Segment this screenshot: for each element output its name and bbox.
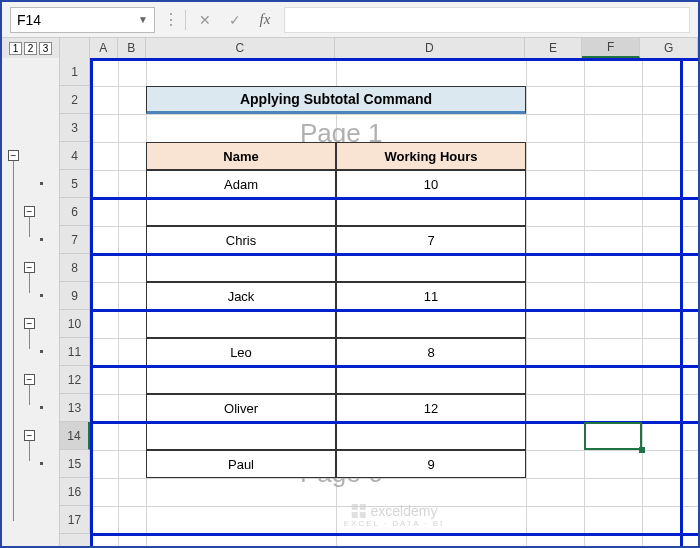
grid[interactable]: Page 1 Page 2 Page 3 Page 4 Page 5 Page … <box>90 58 698 546</box>
col-header-a[interactable]: A <box>90 38 118 58</box>
row-header[interactable]: 8 <box>60 254 90 282</box>
cell[interactable]: Chris <box>146 226 336 254</box>
outline-collapse-icon[interactable]: − <box>24 430 35 441</box>
outline-level-1[interactable]: 1 <box>9 42 22 55</box>
col-header-f[interactable]: F <box>582 38 640 58</box>
page-break <box>90 253 698 256</box>
cell[interactable]: Jack <box>146 282 336 310</box>
cell[interactable] <box>146 310 336 338</box>
col-header-g[interactable]: G <box>640 38 698 58</box>
row-header[interactable]: 10 <box>60 310 90 338</box>
name-box-dropdown-icon[interactable]: ▼ <box>138 14 148 25</box>
outline-collapse-icon[interactable]: − <box>24 374 35 385</box>
expand-dots-icon[interactable]: ⋮ <box>163 10 177 29</box>
row-header[interactable]: 14 <box>60 422 90 450</box>
row-header[interactable]: 6 <box>60 198 90 226</box>
row-header[interactable]: 1 <box>60 58 90 86</box>
table-header-cell: Name <box>146 142 336 170</box>
table-row <box>146 422 526 450</box>
enter-icon[interactable]: ✓ <box>224 9 246 31</box>
table-row <box>146 198 526 226</box>
cell[interactable]: Leo <box>146 338 336 366</box>
select-all-corner[interactable] <box>60 38 90 58</box>
outline-collapse-icon[interactable]: − <box>24 206 35 217</box>
row-header[interactable]: 11 <box>60 338 90 366</box>
outline-level-2[interactable]: 2 <box>24 42 37 55</box>
formula-bar: F14 ▼ ⋮ ✕ ✓ fx <box>2 2 698 38</box>
cell[interactable]: Adam <box>146 170 336 198</box>
cell[interactable]: 7 <box>336 226 526 254</box>
row-header[interactable]: 2 <box>60 86 90 114</box>
brand-name: exceldemy <box>371 503 438 519</box>
row-header[interactable]: 17 <box>60 506 90 534</box>
brand-tagline: EXCEL · DATA · BI <box>344 519 445 528</box>
formula-input[interactable] <box>284 7 690 33</box>
cell[interactable] <box>146 422 336 450</box>
svg-rect-0 <box>352 504 358 510</box>
table-row <box>146 366 526 394</box>
svg-rect-1 <box>360 504 366 510</box>
cell[interactable] <box>146 366 336 394</box>
outline-dot <box>40 182 43 185</box>
row-header[interactable]: 15 <box>60 450 90 478</box>
cell[interactable] <box>146 198 336 226</box>
row-header[interactable]: 7 <box>60 226 90 254</box>
outline-line <box>29 385 30 405</box>
table-row: Paul9 <box>146 450 526 478</box>
row-header[interactable]: 9 <box>60 282 90 310</box>
page-break <box>680 58 683 546</box>
cell[interactable]: Oliver <box>146 394 336 422</box>
outline-dot <box>40 294 43 297</box>
table-row: Jack11 <box>146 282 526 310</box>
outline-level-3[interactable]: 3 <box>39 42 52 55</box>
brand-watermark: exceldemy EXCEL · DATA · BI <box>344 503 445 528</box>
outline-collapse-icon[interactable]: − <box>24 318 35 329</box>
page-break <box>90 533 698 536</box>
outline-level-header: 1 2 3 <box>2 38 60 58</box>
cell[interactable] <box>336 198 526 226</box>
outline-collapse-icon[interactable]: − <box>24 262 35 273</box>
row-header[interactable]: 3 <box>60 114 90 142</box>
col-header-d[interactable]: D <box>335 38 524 58</box>
fill-handle[interactable] <box>639 447 645 453</box>
name-box[interactable]: F14 ▼ <box>10 7 155 33</box>
col-header-e[interactable]: E <box>525 38 583 58</box>
row-header[interactable]: 16 <box>60 478 90 506</box>
name-box-value: F14 <box>17 12 41 28</box>
col-header-b[interactable]: B <box>118 38 146 58</box>
col-header-c[interactable]: C <box>146 38 335 58</box>
cell[interactable]: 11 <box>336 282 526 310</box>
cell[interactable]: 10 <box>336 170 526 198</box>
divider <box>185 10 186 30</box>
outline-dot <box>40 238 43 241</box>
gridline <box>584 58 585 546</box>
table-row: Adam10 <box>146 170 526 198</box>
cell[interactable]: Paul <box>146 450 336 478</box>
cell[interactable] <box>336 366 526 394</box>
active-cell[interactable] <box>584 422 642 450</box>
cell[interactable]: 12 <box>336 394 526 422</box>
cell[interactable] <box>336 254 526 282</box>
table-row: Oliver12 <box>146 394 526 422</box>
page-break <box>90 365 698 368</box>
gridline <box>642 58 643 546</box>
row-header[interactable]: 5 <box>60 170 90 198</box>
page-break <box>90 58 93 546</box>
gridline <box>90 478 698 479</box>
cell[interactable] <box>146 254 336 282</box>
row-header[interactable]: 13 <box>60 394 90 422</box>
fx-icon[interactable]: fx <box>254 9 276 31</box>
column-headers: A B C D E F G <box>60 38 698 58</box>
cancel-icon[interactable]: ✕ <box>194 9 216 31</box>
gridline <box>118 58 119 546</box>
row-header[interactable]: 12 <box>60 366 90 394</box>
page-break <box>90 309 698 312</box>
cell[interactable] <box>336 422 526 450</box>
cell[interactable] <box>336 310 526 338</box>
outline-collapse-icon[interactable]: − <box>8 150 19 161</box>
table-row <box>146 254 526 282</box>
row-header[interactable]: 4 <box>60 142 90 170</box>
cell[interactable]: 8 <box>336 338 526 366</box>
svg-rect-2 <box>352 512 358 518</box>
cell[interactable]: 9 <box>336 450 526 478</box>
